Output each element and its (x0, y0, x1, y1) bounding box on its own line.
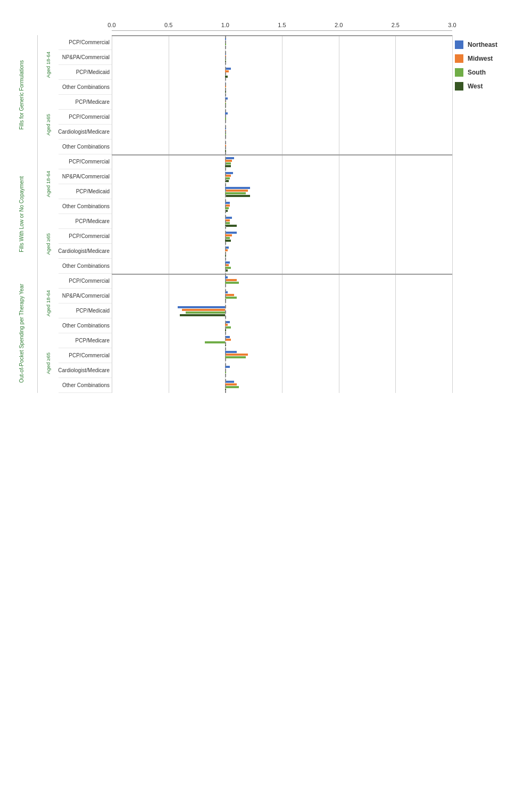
age-label-fills-generic-1: Aged ≥65 (37, 95, 59, 154)
bar-out-of-pocket-0-3-midwest (225, 324, 227, 326)
bar-fills-generic-1-3-northeast (225, 142, 226, 144)
bar-fills-low-copay-1-3-midwest (225, 264, 228, 266)
bar-fills-generic-1-0-south (225, 103, 226, 105)
bar-out-of-pocket-1-1-northeast (225, 351, 236, 353)
legend-item-south: South (455, 68, 524, 77)
bar-out-of-pocket-0-1-midwest (225, 294, 234, 296)
bar-fills-generic-0-2-south (225, 73, 226, 75)
bar-fills-generic-0-3-west (225, 91, 226, 93)
x-tick-2: 2.0 (335, 22, 343, 28)
x-tick-1: 1.0 (221, 22, 229, 28)
row-label-fills-low-copay-1-1: PCP/Commercial (59, 229, 112, 244)
bar-fills-low-copay-1-2-west (225, 255, 226, 257)
bar-fills-low-copay-0-2-northeast (225, 187, 250, 189)
bar-fills-low-copay-1-3-northeast (225, 261, 230, 264)
bar-fills-generic-0-3-northeast (225, 83, 226, 85)
legend-swatch-south (455, 68, 463, 77)
legend-item-west: West (455, 82, 524, 91)
legend-swatch-west (455, 82, 463, 91)
x-tick-3: 3.0 (448, 22, 456, 28)
bar-fills-low-copay-0-2-midwest (225, 190, 248, 192)
bar-out-of-pocket-1-0-west (225, 344, 226, 346)
bar-out-of-pocket-0-2-south (186, 311, 226, 314)
row-label-fills-low-copay-0-0: PCP/Commercial (59, 154, 112, 169)
bar-fills-generic-1-1-south (225, 118, 226, 120)
bar-fills-low-copay-1-2-south (225, 252, 226, 254)
row-label-fills-generic-1-0: PCP/Medicare (59, 95, 112, 110)
gridline-2 (339, 35, 339, 393)
row-label-out-of-pocket-0-3: Other Combinations (59, 318, 112, 333)
bar-fills-low-copay-0-3-south (225, 207, 228, 209)
bar-fills-generic-1-3-south (225, 147, 226, 150)
bar-fills-low-copay-0-0-west (225, 165, 231, 167)
bar-fills-low-copay-1-3-south (225, 267, 231, 269)
bar-fills-low-copay-0-3-midwest (225, 204, 230, 207)
row-label-out-of-pocket-1-3: Other Combinations (59, 378, 112, 393)
bar-fills-generic-0-1-midwest (225, 55, 226, 58)
bar-fills-low-copay-0-1-northeast (225, 172, 233, 174)
bar-out-of-pocket-1-0-northeast (225, 336, 230, 338)
bar-out-of-pocket-1-2-midwest (225, 368, 226, 371)
bar-out-of-pocket-0-3-west (225, 329, 226, 331)
bar-fills-low-copay-1-0-south (225, 222, 230, 224)
bar-out-of-pocket-1-1-west (225, 359, 226, 361)
row-label-fills-generic-1-2: Cardiologist/Medicare (59, 125, 112, 140)
section-divider-fills-low-copay (112, 154, 452, 155)
bar-out-of-pocket-1-2-south (225, 371, 226, 373)
gridline-1.5 (282, 35, 282, 393)
bar-out-of-pocket-0-0-midwest (225, 279, 236, 281)
bar-fills-low-copay-1-3-west (225, 269, 227, 272)
bar-out-of-pocket-1-3-midwest (225, 383, 236, 385)
section-label-fills-low-copay: Fills With Low or No Copayment (5, 154, 37, 274)
row-label-fills-low-copay-1-0: PCP/Medicare (59, 214, 112, 229)
bar-fills-generic-1-0-midwest (225, 100, 226, 102)
row-label-fills-generic-0-2: PCP/Medicaid (59, 65, 112, 80)
bar-out-of-pocket-0-1-south (225, 297, 236, 299)
bar-fills-low-copay-1-0-midwest (225, 219, 230, 221)
gridline-0 (112, 35, 112, 393)
row-label-fills-low-copay-1-2: Cardiologist/Medicare (59, 244, 112, 259)
section-divider-out-of-pocket (112, 274, 452, 275)
bar-fills-low-copay-0-1-midwest (225, 175, 231, 177)
bar-out-of-pocket-1-1-midwest (225, 354, 248, 356)
bar-out-of-pocket-1-3-south (225, 386, 239, 388)
bar-fills-low-copay-1-2-midwest (225, 249, 227, 251)
row-label-fills-low-copay-0-3: Other Combinations (59, 199, 112, 214)
bar-out-of-pocket-0-0-west (225, 284, 226, 286)
bar-fills-generic-1-2-south (225, 133, 226, 135)
age-label-fills-low-copay-0: Aged 18-64 (37, 154, 59, 214)
bar-out-of-pocket-1-2-northeast (225, 366, 230, 368)
age-label-out-of-pocket-0: Aged 18-64 (37, 274, 59, 333)
legend-label-northeast: Northeast (468, 41, 497, 48)
bar-fills-generic-1-0-northeast (225, 97, 227, 100)
bar-fills-low-copay-1-1-south (225, 237, 230, 239)
row-label-out-of-pocket-1-1: PCP/Commercial (59, 348, 112, 363)
chart-container: 0.00.51.01.52.02.53.0 PCP/CommercialNP&P… (0, 0, 532, 804)
bar-fills-generic-0-1-northeast (225, 53, 226, 55)
x-tick-0.5: 0.5 (164, 22, 172, 28)
bar-fills-low-copay-0-2-west (225, 195, 250, 197)
section-label-out-of-pocket: Out-of-Pocket Spending per Therapy Year (5, 274, 37, 393)
bar-fills-generic-0-0-south (225, 43, 226, 45)
x-axis: 0.00.51.01.52.02.53.0 (112, 16, 452, 35)
bar-fills-low-copay-0-1-south (225, 177, 230, 179)
bar-fills-generic-1-0-west (225, 105, 226, 108)
row-label-out-of-pocket-1-0: PCP/Medicare (59, 333, 112, 348)
bar-out-of-pocket-0-0-south (225, 282, 239, 284)
section-label-fills-generic: Fills for Generic Formulations (5, 35, 37, 154)
bar-fills-generic-0-2-midwest (225, 70, 228, 72)
bar-fills-generic-1-3-west (225, 150, 226, 152)
legend-swatch-midwest (455, 54, 463, 63)
bar-fills-low-copay-0-3-west (225, 210, 227, 212)
bar-fills-low-copay-1-1-midwest (225, 234, 232, 236)
legend-item-midwest: Midwest (455, 54, 524, 63)
bar-fills-generic-0-2-west (225, 76, 227, 78)
row-label-fills-generic-0-0: PCP/Commercial (59, 35, 112, 50)
row-label-fills-generic-1-3: Other Combinations (59, 140, 112, 154)
bar-fills-generic-0-3-south (225, 88, 226, 90)
row-label-out-of-pocket-0-1: NP&PA/Commercial (59, 289, 112, 303)
legend: NortheastMidwestSouthWest (452, 35, 527, 793)
bar-fills-generic-1-1-west (225, 120, 226, 122)
bar-fills-generic-1-1-northeast (225, 112, 227, 114)
gridline-0.5 (169, 35, 169, 393)
